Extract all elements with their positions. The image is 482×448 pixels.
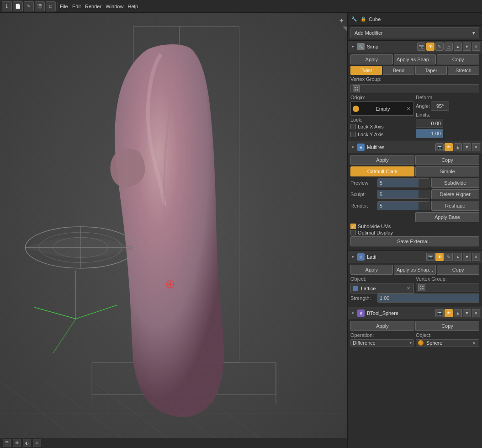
latti-collapse-toggle[interactable]: ▾: [350, 254, 356, 260]
simp-down-btn[interactable]: ▼: [463, 43, 471, 51]
btool-type-icon: ⊖: [357, 309, 365, 317]
render-value[interactable]: 5: [377, 201, 429, 210]
multires-delete-btn[interactable]: ✕: [472, 143, 480, 151]
simp-apply-shape-btn[interactable]: Apply as Shap...: [394, 54, 436, 64]
simp-copy-btn[interactable]: Copy: [437, 54, 479, 64]
tab-taper[interactable]: Taper: [415, 66, 447, 75]
latti-object-clear[interactable]: ✕: [405, 285, 412, 292]
sculpt-label: Sculpt:: [350, 192, 376, 197]
multires-up-btn[interactable]: ▲: [454, 143, 462, 151]
catmull-clark-btn[interactable]: Catmull-Clark: [350, 166, 414, 176]
multires-collapse-toggle[interactable]: ▾: [350, 144, 356, 150]
multires-down-btn[interactable]: ▼: [463, 143, 471, 151]
btool-apply-btn[interactable]: Apply: [350, 321, 414, 331]
simp-edit-btn[interactable]: ✎: [435, 43, 444, 51]
viewport-pivot-btn[interactable]: ⊕: [33, 439, 41, 447]
multires-copy-btn[interactable]: Copy: [415, 155, 479, 165]
latti-copy-btn[interactable]: Copy: [437, 265, 479, 275]
origin-clear-btn[interactable]: ✕: [405, 106, 412, 112]
angle-value[interactable]: 95°: [431, 101, 449, 111]
simp-type-icon: 🔧: [357, 43, 365, 50]
strength-value[interactable]: 1.00: [377, 293, 479, 303]
latti-object-field[interactable]: Lattice ✕: [350, 283, 414, 293]
toolbar-btn-info[interactable]: ℹ: [2, 1, 12, 11]
add-modifier-button[interactable]: Add Modifier ▾: [350, 27, 479, 38]
latti-apply-btn[interactable]: Apply: [350, 265, 393, 275]
btool-header: ▾ ⊖ BTool_Sphere 📷 👁 ▲ ▼ ✕: [348, 307, 482, 319]
btool-operation-dropdown[interactable]: Difference ▾: [350, 339, 414, 347]
simp-viewport-btn[interactable]: 👁: [426, 43, 434, 51]
btool-viewport-btn[interactable]: 👁: [445, 309, 453, 317]
simp-name: Simp: [366, 44, 416, 49]
simp-collapse-toggle[interactable]: ▾: [350, 43, 356, 50]
limits-col: 0.00 1.00: [416, 119, 479, 138]
subdivide-btn[interactable]: Subdivide: [431, 178, 480, 188]
lock-x-label: Lock X Axis: [358, 124, 384, 129]
btool-up-btn[interactable]: ▲: [454, 309, 462, 317]
latti-up-btn[interactable]: ▲: [454, 253, 462, 261]
viewport-shading-btn[interactable]: ◐: [23, 439, 31, 447]
lock-x-checkbox[interactable]: [350, 124, 356, 129]
viewport-mode-btn[interactable]: ☰: [3, 439, 11, 447]
tab-bend[interactable]: Bend: [383, 66, 414, 75]
multires-header: ▾ ◈ Multires 📷 👁 ▲ ▼ ✕: [348, 141, 482, 153]
latti-vg-input[interactable]: [416, 283, 479, 292]
header-tool-icon[interactable]: 🔧: [350, 16, 358, 23]
toolbar-btn-render[interactable]: 🎬: [35, 1, 45, 11]
btool-collapse-toggle[interactable]: ▾: [350, 310, 356, 316]
latti-delete-btn[interactable]: ✕: [472, 253, 480, 261]
tab-twist[interactable]: Twist: [350, 66, 382, 75]
modifier-simp: ▾ 🔧 Simp 📷 👁 ✎ △ ▲ ▼ ✕ Apply Apply as Sh…: [348, 40, 482, 140]
btool-object-clear[interactable]: ✕: [471, 340, 477, 346]
multires-viewport-btn[interactable]: 👁: [445, 143, 453, 151]
limit-low[interactable]: 0.00: [416, 119, 443, 128]
toolbar-btn-edit[interactable]: ✎: [24, 1, 34, 11]
btool-fields-section: Operation: Difference ▾ Object: Sphere ✕: [350, 332, 479, 347]
sculpt-value[interactable]: 5: [377, 190, 429, 199]
multires-render-btn[interactable]: 📷: [435, 143, 444, 151]
save-external-btn[interactable]: Save External...: [350, 236, 479, 246]
sculpt-num: 5: [380, 192, 382, 197]
toolbar-btn-window[interactable]: □: [46, 1, 56, 11]
vertex-group-input[interactable]: [350, 84, 479, 93]
simp-up-btn[interactable]: ▲: [454, 43, 462, 51]
btool-render-btn[interactable]: 📷: [435, 309, 444, 317]
limit-high[interactable]: 1.00: [416, 129, 443, 138]
simple-btn[interactable]: Simple: [415, 166, 479, 176]
btool-down-btn[interactable]: ▼: [463, 309, 471, 317]
subdivide-uvs-checkbox[interactable]: ✓: [350, 224, 356, 229]
latti-object-value: Lattice: [361, 286, 376, 291]
btool-copy-btn[interactable]: Copy: [415, 321, 479, 331]
latti-down-btn[interactable]: ▼: [463, 253, 471, 261]
lock-y-checkbox[interactable]: [350, 132, 356, 137]
simp-content: Apply Apply as Shap... Copy Twist Bend T…: [348, 53, 482, 140]
reshape-btn[interactable]: Reshape: [431, 201, 480, 211]
header-mode-icon[interactable]: 🔒: [360, 16, 367, 23]
simp-apply-btn[interactable]: Apply: [350, 54, 393, 64]
lock-label: Lock:: [350, 117, 414, 123]
latti-apply-shape-btn[interactable]: Apply as Shap...: [394, 265, 436, 275]
viewport-view-btn[interactable]: 👁: [13, 439, 21, 447]
latti-edit-btn[interactable]: ✎: [445, 253, 453, 261]
optimal-display-checkbox[interactable]: [350, 230, 356, 235]
latti-viewport-btn[interactable]: 👁: [435, 253, 444, 261]
modifier-btool-sphere: ▾ ⊖ BTool_Sphere 📷 👁 ▲ ▼ ✕ Apply Copy: [348, 307, 482, 348]
tab-stretch[interactable]: Stretch: [448, 66, 479, 75]
btool-delete-btn[interactable]: ✕: [472, 309, 480, 317]
multires-apply-btn[interactable]: Apply: [350, 155, 414, 165]
viewport-corner-plus[interactable]: +: [339, 16, 344, 25]
btool-object-field[interactable]: Sphere ✕: [416, 339, 479, 347]
object-name: Cube: [369, 16, 381, 22]
latti-render-btn[interactable]: 📷: [426, 253, 434, 261]
origin-field[interactable]: Empty ✕: [350, 101, 414, 116]
simp-render-btn[interactable]: 📷: [417, 43, 425, 51]
origin-label: Origin:: [350, 95, 414, 100]
viewport[interactable]: ☰ 👁 ◐ ⊕ +: [0, 13, 347, 448]
3d-scene: [0, 13, 347, 448]
apply-base-btn[interactable]: Apply Base: [415, 212, 479, 222]
delete-higher-btn[interactable]: Delete Higher: [431, 189, 480, 199]
simp-delete-btn[interactable]: ✕: [472, 43, 480, 51]
preview-value[interactable]: 5: [377, 178, 429, 187]
simp-cage-btn[interactable]: △: [445, 43, 453, 51]
toolbar-btn-file[interactable]: 📄: [13, 1, 23, 11]
